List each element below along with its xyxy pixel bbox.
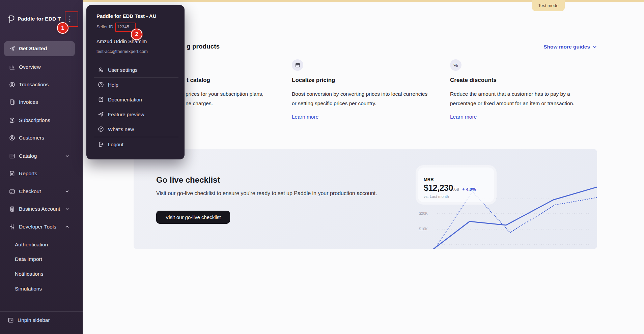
menu-divider <box>94 77 178 78</box>
menu-item-feature-preview[interactable]: Feature preview <box>86 109 185 120</box>
sidebar-footer-divider <box>0 311 83 312</box>
sidebar-item-invoices[interactable]: Invoices <box>0 96 83 108</box>
sidebar-subitem-label: Notifications <box>15 271 43 277</box>
y-tick-10k: $10K <box>419 227 428 231</box>
localize-pricing-icon-circle <box>292 59 303 71</box>
menu-item-whats-new[interactable]: What's new <box>86 124 185 134</box>
menu-item-label: User settings <box>108 67 138 73</box>
mrr-delta-badge: + 4.0% <box>462 187 476 192</box>
create-discounts-learn-more-link[interactable]: Learn more <box>450 114 477 120</box>
card-product-catalog-body: prices for your subscription plans, ne c… <box>186 89 263 108</box>
go-live-panel: $20K $10K MRR $12,230 .68 + 4.0% vs. Las… <box>134 149 597 249</box>
credit-card-icon <box>9 188 16 195</box>
create-discounts-icon-circle: % <box>450 59 461 71</box>
sidebar-item-label: Business Account <box>19 206 60 212</box>
sidebar-subitem-label: Authentication <box>15 242 48 248</box>
seller-id-label: Seller ID <box>96 24 113 29</box>
card-body-line: ne charges. <box>186 99 263 108</box>
whats-new-icon <box>97 126 104 132</box>
rocket-icon <box>97 111 104 118</box>
user-settings-icon <box>97 66 104 73</box>
menu-item-label: Documentation <box>108 97 142 102</box>
customer-icon <box>9 134 16 141</box>
mrr-value: $12,230 <box>424 183 453 193</box>
unpin-sidebar-icon <box>7 317 14 324</box>
go-live-description: Visit our go-live checklist to ensure yo… <box>156 190 377 196</box>
browser-window-icon <box>295 62 301 68</box>
sidebar-item-label: Catalog <box>19 153 37 159</box>
sidebar-item-subscriptions[interactable]: Subscriptions <box>0 114 83 126</box>
chevron-down-icon <box>65 154 69 158</box>
card-body-line: Boost conversion by converting prices in… <box>292 89 427 99</box>
building-icon <box>9 206 16 212</box>
sidebar-item-notifications[interactable]: Notifications <box>0 269 83 279</box>
catalog-icon <box>9 153 16 159</box>
paddle-dashboard: Test mode g products Show more guides t … <box>0 0 644 334</box>
sidebar-item-label: Developer Tools <box>19 224 56 230</box>
show-more-guides-label: Show more guides <box>543 44 590 50</box>
localize-pricing-learn-more-link[interactable]: Learn more <box>292 114 318 120</box>
menu-item-documentation[interactable]: Documentation <box>86 94 185 105</box>
card-localize-pricing-title: Localize pricing <box>292 77 335 84</box>
menu-item-help[interactable]: Help <box>86 79 185 90</box>
menu-item-label: Feature preview <box>108 112 144 117</box>
paddle-logo <box>7 15 16 24</box>
sidebar-item-authentication[interactable]: Authentication <box>0 239 83 250</box>
account-menu-title: Paddle for EDD Test - AU <box>96 13 157 19</box>
recurring-dollar-icon <box>9 117 16 124</box>
sidebar-item-catalog[interactable]: Catalog <box>0 150 83 162</box>
workspace-name: Paddle for EDD T <box>18 16 61 22</box>
show-more-guides-link[interactable]: Show more guides <box>530 44 597 50</box>
sidebar-item-label: Subscriptions <box>19 117 50 123</box>
sidebar-item-label: Invoices <box>19 99 38 105</box>
sidebar-item-transactions[interactable]: Transactions <box>0 79 83 91</box>
sidebar-item-checkout[interactable]: Checkout <box>0 185 83 198</box>
menu-item-label: Logout <box>108 142 123 147</box>
percent-icon: % <box>453 62 458 68</box>
sidebar-item-get-started[interactable]: Get Started <box>4 41 75 56</box>
logout-icon <box>97 141 104 148</box>
menu-item-user-settings[interactable]: User settings <box>86 64 185 75</box>
sidebar-item-label: Transactions <box>19 82 49 88</box>
sidebar-item-reports[interactable]: Reports <box>0 168 83 180</box>
unpin-sidebar-label: Unpin sidebar <box>18 317 50 323</box>
sidebar-item-label: Get Started <box>19 45 47 52</box>
test-mode-badge: Test mode <box>532 0 565 11</box>
sidebar-item-data-import[interactable]: Data Import <box>0 254 83 265</box>
go-live-checklist-button[interactable]: Visit our go-live checklist <box>156 211 230 224</box>
sidebar-subitem-label: Data Import <box>15 256 42 262</box>
go-live-title: Go live checklist <box>156 175 220 185</box>
chevron-up-icon <box>65 224 69 229</box>
card-product-catalog-title-fragment: t catalog <box>187 77 210 84</box>
mrr-value-cents: .68 <box>453 187 459 192</box>
menu-item-label: What's new <box>108 126 134 132</box>
card-localize-pricing-body: Boost conversion by converting prices in… <box>292 89 427 108</box>
sidebar-item-label: Customers <box>19 135 44 141</box>
mrr-line-chart <box>134 149 597 249</box>
menu-item-logout[interactable]: Logout <box>86 139 185 150</box>
sidebar-item-developer-tools[interactable]: Developer Tools <box>0 221 83 233</box>
report-icon <box>9 170 16 177</box>
unpin-sidebar-button[interactable]: Unpin sidebar <box>0 314 83 326</box>
sidebar-item-overview[interactable]: Overview <box>0 61 83 73</box>
mrr-metric-card: MRR $12,230 .68 + 4.0% vs. Last month <box>418 168 494 202</box>
sidebar-item-customers[interactable]: Customers <box>0 132 83 144</box>
sidebar-subitem-label: Simulations <box>15 286 42 292</box>
mrr-value-row: $12,230 .68 + 4.0% <box>424 183 476 193</box>
chevron-down-icon <box>592 44 597 49</box>
y-tick-20k: $20K <box>419 211 428 215</box>
sidebar-item-label: Reports <box>19 171 37 177</box>
documentation-icon <box>97 96 104 103</box>
card-body-line: percentage or fixed amount for an item o… <box>450 99 575 108</box>
sidebar: Paddle for EDD T Get Started Overview Tr… <box>0 0 83 334</box>
sidebar-item-business-account[interactable]: Business Account <box>0 203 83 215</box>
page-title-fragment: g products <box>187 43 220 50</box>
sidebar-item-label: Overview <box>19 64 41 70</box>
card-body-line: or setting specific prices per country. <box>292 99 427 108</box>
sidebar-item-simulations[interactable]: Simulations <box>0 283 83 294</box>
sliders-icon <box>9 223 16 230</box>
card-create-discounts-body: Reduce the amount that a customer has to… <box>450 89 575 108</box>
annotation-step-1: 1 <box>57 22 68 34</box>
card-body-line: Reduce the amount that a customer has to… <box>450 89 575 99</box>
help-icon <box>97 81 104 88</box>
